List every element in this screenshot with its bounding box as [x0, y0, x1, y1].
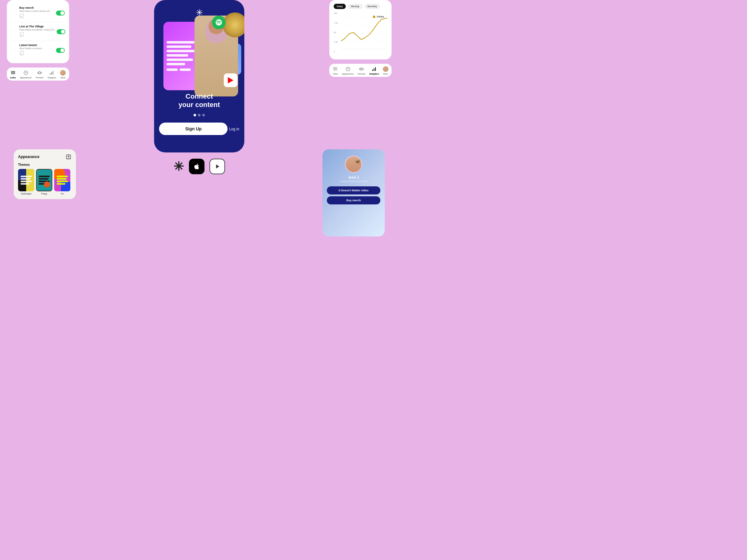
- card-line: [180, 69, 191, 71]
- y-label-5k: 5k: [334, 31, 338, 34]
- nav-item-links[interactable]: Links: [10, 70, 16, 79]
- svg-rect-6: [11, 71, 15, 72]
- chart-area: 10k 7.5k 5k 2.5k 0 Clicks: [334, 12, 387, 56]
- card-line: [166, 69, 178, 71]
- link-title: Latest tweets: [19, 44, 56, 47]
- preview-icon: [37, 70, 42, 76]
- google-play-badge[interactable]: [209, 159, 225, 174]
- time-daily[interactable]: Daily: [334, 4, 346, 9]
- svg-rect-25: [372, 70, 373, 71]
- card-line: [166, 46, 191, 48]
- left-bottom-nav: Links Appearance Preview Analytics: [7, 68, 69, 81]
- svg-rect-13: [53, 71, 53, 75]
- toggle-tweets[interactable]: [56, 48, 65, 53]
- nav-item-appearance-right[interactable]: Appearance: [342, 66, 354, 75]
- avatar-small-right: [383, 66, 388, 72]
- svg-point-5: [21, 54, 22, 54]
- list-item: ⋮⋮ Live at The Village https://tiktok.co…: [11, 22, 65, 41]
- toggle-live-village[interactable]: [57, 29, 66, 34]
- y-label-10k: 10k: [334, 12, 338, 14]
- flower-image: [223, 12, 244, 37]
- time-monthly[interactable]: Monthly: [364, 4, 380, 9]
- dot-1[interactable]: [194, 114, 196, 116]
- signup-button[interactable]: Sign Up: [159, 123, 228, 135]
- svg-rect-22: [333, 70, 337, 70]
- app-store-row: ✳: [173, 159, 225, 174]
- theme-name-iris: Iris: [61, 193, 63, 195]
- time-filter-row: Daily Weekly Monthly: [334, 4, 387, 9]
- theme-thumb-hydrangea: [18, 169, 34, 191]
- profile-name: Ariel J: [348, 176, 359, 179]
- edit-icon[interactable]: [19, 51, 24, 56]
- y-label-7.5k: 7.5k: [334, 22, 338, 24]
- upload-button[interactable]: [66, 154, 72, 160]
- edit-icon[interactable]: [19, 32, 24, 37]
- linktree-logo: ✳: [173, 159, 184, 174]
- drag-icon[interactable]: ⋮⋮: [11, 30, 18, 33]
- svg-point-1: [21, 16, 22, 17]
- butterfly-icon: 🦋: [355, 159, 360, 164]
- card-line: [166, 63, 185, 65]
- nav-item-links-right[interactable]: Links: [332, 66, 338, 75]
- profile-avatar: 🦋: [345, 156, 362, 173]
- nav-label-preview: Preview: [36, 77, 44, 79]
- profile-subtitle: Young Hearts is out now: [340, 180, 367, 183]
- dot-2[interactable]: [198, 114, 201, 116]
- theme-item-poppy[interactable]: Poppy: [36, 169, 52, 195]
- nav-item-preview-right[interactable]: Preview: [358, 66, 365, 75]
- nav-item-analytics-right[interactable]: Analytics: [369, 66, 379, 75]
- dot-3[interactable]: [202, 114, 205, 116]
- preview-icon-right: [359, 66, 364, 72]
- spotify-icon: [215, 19, 223, 26]
- theme-item-iris[interactable]: Iris: [54, 169, 70, 195]
- appearance-header: Appearance: [18, 154, 72, 160]
- nav-item-analytics[interactable]: Analytics: [47, 70, 56, 79]
- link-info: Latest tweets https://twitter.com/ariel-…: [19, 44, 56, 57]
- svg-point-3: [21, 35, 22, 36]
- nav-item-preview[interactable]: Preview: [36, 70, 44, 79]
- upload-icon: [66, 154, 72, 160]
- profile-btn-merch[interactable]: Buy merch: [327, 196, 380, 205]
- poppy-shape: [44, 181, 50, 188]
- card-line: [166, 50, 195, 52]
- profile-btn-video[interactable]: It Doesn't Matter video: [327, 186, 380, 194]
- nav-label-preview-right: Preview: [358, 73, 365, 75]
- phone-cta-section: Connect your content Sign Up Log in: [159, 92, 239, 138]
- link-icons: [19, 14, 56, 20]
- spotify-badge[interactable]: [212, 16, 226, 29]
- login-button[interactable]: Log in: [229, 127, 239, 131]
- toggle-buy-merch[interactable]: [56, 10, 65, 16]
- right-panel: Daily Weekly Monthly 10k 7.5k 5k 2.5k 0: [329, 0, 391, 77]
- link-title: Live at The Village: [19, 25, 57, 28]
- svg-rect-0: [20, 14, 24, 18]
- nav-item-more[interactable]: More: [60, 70, 66, 79]
- svg-rect-26: [374, 69, 374, 71]
- youtube-badge[interactable]: [224, 74, 237, 87]
- y-label-2.5k: 2.5k: [334, 41, 338, 43]
- theme-thumb-iris: [54, 169, 70, 191]
- legend-label: Clicks: [377, 15, 384, 18]
- time-weekly[interactable]: Weekly: [348, 4, 362, 9]
- link-url: https://ariel-j.creator-spring.com: [19, 10, 56, 12]
- svg-rect-27: [375, 67, 376, 71]
- nav-label-analytics: Analytics: [47, 77, 56, 79]
- drag-icon[interactable]: ⋮⋮: [11, 11, 18, 15]
- theme-name-hydrangea: Hydrangea: [21, 193, 31, 195]
- legend-dot: [373, 16, 376, 18]
- nav-label-appearance: Appearance: [20, 77, 32, 79]
- chart-y-axis: 10k 7.5k 5k 2.5k 0: [334, 12, 338, 56]
- theme-item-hydrangea[interactable]: Hydrangea: [18, 169, 34, 195]
- drag-icon[interactable]: ⋮⋮: [11, 49, 18, 52]
- avatar-small: [60, 70, 66, 76]
- apple-store-badge[interactable]: [189, 159, 205, 174]
- svg-rect-20: [333, 68, 337, 68]
- edit-icon[interactable]: [19, 14, 24, 18]
- theme-name-poppy: Poppy: [41, 193, 47, 195]
- clicks-legend: Clicks: [373, 15, 384, 18]
- nav-item-appearance[interactable]: Appearance: [20, 70, 32, 79]
- right-bottom-nav: Links Appearance Preview Analytics: [329, 64, 391, 77]
- appearance-title: Appearance: [18, 155, 40, 159]
- nav-item-more-right[interactable]: More: [383, 66, 388, 75]
- themes-row: Hydrangea Poppy: [18, 169, 72, 195]
- link-icons: [19, 32, 57, 38]
